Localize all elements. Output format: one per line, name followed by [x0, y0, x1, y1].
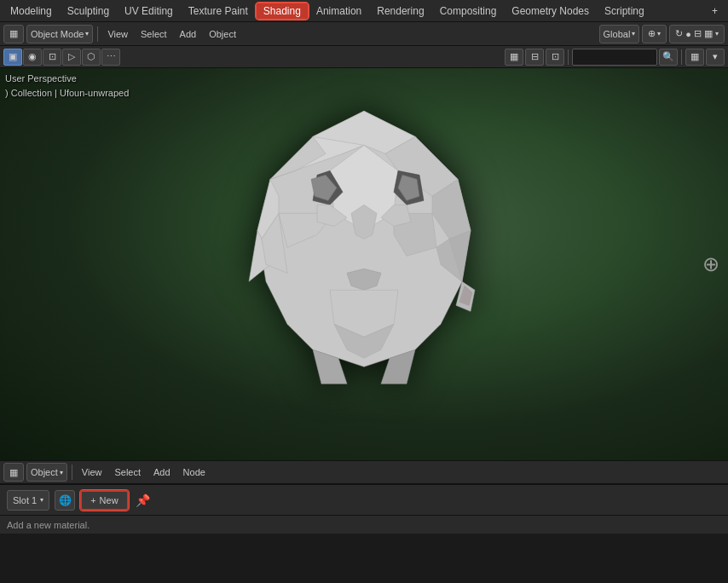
global-chevron: ▾	[632, 30, 635, 38]
menu-item-rendering[interactable]: Rendering	[370, 3, 430, 19]
mode-icons: ▣ ◉ ⊡ ▷ ⬡ ⋯	[3, 49, 120, 66]
search-icon[interactable]: 🔍	[659, 49, 678, 66]
perspective-label: User Perspective	[5, 72, 129, 86]
slot-chevron: ▾	[40, 496, 43, 504]
tooltip-bar: Add a new material.	[0, 515, 728, 534]
add-menu[interactable]: Add	[175, 25, 202, 43]
viewport-options[interactable]: ▦	[685, 49, 704, 66]
xray-btn: ▦	[704, 28, 713, 39]
render-chevron: ▾	[715, 30, 719, 38]
select-menu[interactable]: Select	[136, 25, 172, 43]
select-menu-bottom[interactable]: Select	[109, 463, 146, 482]
object-label-bottom: Object	[31, 467, 58, 477]
menu-item-sculpting[interactable]: Sculpting	[61, 3, 116, 19]
icon-toolbar: ▣ ◉ ⊡ ▷ ⬡ ⋯ ▦ ⊟ ⊡ 🔍 ▦ ▾	[0, 46, 728, 68]
overlay-btn: ⊟	[694, 28, 702, 39]
collection-label: ) Collection | Ufoun-unwraped	[5, 86, 129, 101]
add-menu-bottom[interactable]: Add	[148, 463, 176, 482]
global-transform-select[interactable]: Global ▾	[599, 25, 640, 43]
object-mode-chevron: ▾	[85, 30, 89, 38]
menu-item-scripting[interactable]: Scripting	[598, 3, 651, 19]
object-chevron: ▾	[60, 469, 63, 476]
viewport[interactable]: User Perspective ) Collection | Ufoun-un…	[0, 68, 728, 460]
icon-mesh[interactable]: ▣	[3, 49, 22, 66]
new-label: New	[100, 495, 118, 505]
object-menu[interactable]: Object	[204, 25, 241, 43]
editor-icon-bottom: ▦	[9, 467, 18, 478]
orbit-select[interactable]: ↻ ● ⊟ ▦ ▾	[669, 25, 725, 43]
new-material-button[interactable]: + New	[80, 490, 128, 511]
xform-chevron: ▾	[657, 30, 661, 38]
world-icon: 🌐	[59, 494, 72, 506]
editor-type-btn-bottom[interactable]: ▦	[3, 463, 24, 482]
gizmo-icon: ⊕	[702, 252, 719, 276]
viewport-overlay: User Perspective ) Collection | Ufoun-un…	[5, 72, 129, 100]
viewport-chevron[interactable]: ▾	[706, 49, 725, 66]
icon-edge[interactable]: ⊡	[43, 49, 61, 66]
navigation-gizmo[interactable]: ⊕	[702, 239, 719, 290]
toolbar-separator-1	[97, 26, 98, 42]
view-menu-bottom[interactable]: View	[77, 463, 107, 482]
world-icon-btn[interactable]: 🌐	[55, 490, 75, 511]
menu-item-uv-editing[interactable]: UV Editing	[118, 3, 180, 19]
icon-face[interactable]: ▷	[62, 49, 81, 66]
xform-icon: ⊕	[648, 28, 656, 39]
transform-icons[interactable]: ⊕ ▾	[642, 25, 667, 43]
pin-button[interactable]: 📌	[134, 491, 153, 510]
menu-item-texture-paint[interactable]: Texture Paint	[182, 3, 255, 19]
display-btn: ●	[685, 29, 691, 39]
overlay-toggle[interactable]: ▦	[505, 49, 523, 66]
material-bar: Slot 1 ▾ 🌐 + New 📌	[0, 484, 728, 515]
plus-icon: +	[90, 495, 95, 505]
pin-icon: 📌	[136, 494, 150, 507]
editor-icon: ▦	[9, 28, 18, 39]
view-menu[interactable]: View	[102, 25, 133, 43]
viewport-shade-2[interactable]: ⊡	[546, 49, 564, 66]
menu-item-animation[interactable]: Animation	[309, 3, 368, 19]
slot-label: Slot 1	[13, 495, 37, 505]
menu-plus-button[interactable]: +	[705, 3, 725, 19]
global-label: Global	[604, 29, 631, 39]
second-toolbar: ▦ Object Mode ▾ View Select Add Object G…	[0, 22, 728, 46]
bottom-shader-toolbar: ▦ Object ▾ View Select Add Node	[0, 460, 728, 484]
menu-item-modeling[interactable]: Modeling	[3, 3, 59, 19]
menu-item-geometry-nodes[interactable]: Geometry Nodes	[505, 3, 596, 19]
slot-select[interactable]: Slot 1 ▾	[7, 490, 49, 511]
node-menu[interactable]: Node	[178, 463, 211, 482]
icon-vertex[interactable]: ◉	[23, 49, 42, 66]
menu-item-compositing[interactable]: Compositing	[433, 3, 504, 19]
alien-head-svg	[228, 94, 500, 401]
orbit-icon: ↻	[675, 28, 683, 39]
object-mode-label: Object Mode	[31, 29, 84, 39]
object-select-bottom[interactable]: Object ▾	[26, 463, 67, 482]
tooltip-text: Add a new material.	[7, 520, 90, 530]
menu-item-shading[interactable]: Shading	[257, 3, 308, 19]
icon-sep	[568, 49, 569, 65]
viewport-shade-1[interactable]: ⊟	[525, 49, 544, 66]
search-input[interactable]	[572, 49, 657, 66]
icon-uv[interactable]: ⬡	[82, 49, 101, 66]
icon-sep-2	[681, 49, 682, 65]
bottom-sep-1	[72, 465, 72, 480]
object-mode-select[interactable]: Object Mode ▾	[26, 25, 93, 43]
editor-type-button[interactable]: ▦	[3, 25, 24, 43]
top-menubar: Modeling Sculpting UV Editing Texture Pa…	[0, 0, 728, 22]
icon-more[interactable]: ⋯	[101, 49, 120, 66]
3d-model	[228, 94, 500, 403]
